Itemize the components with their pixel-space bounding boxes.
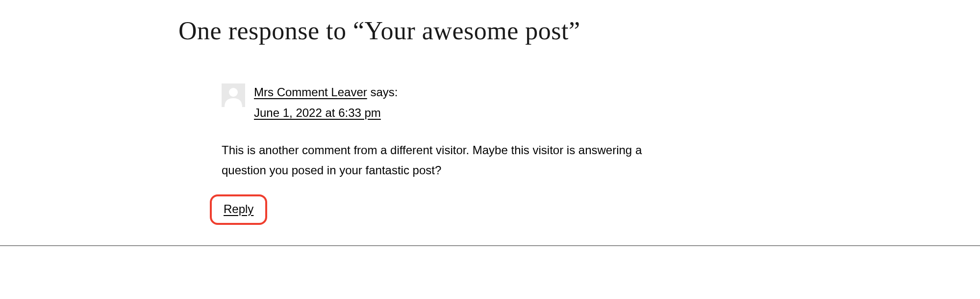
comment-body: This is another comment from a different… — [222, 140, 673, 181]
says-label: says: — [367, 85, 398, 99]
comment-meta-text: Mrs Comment Leaver says: June 1, 2022 at… — [254, 83, 398, 122]
reply-container: Reply — [210, 194, 687, 225]
comment-timestamp-link[interactable]: June 1, 2022 at 6:33 pm — [254, 104, 381, 122]
avatar — [222, 83, 245, 107]
comments-title: One response to “Your awesome post” — [178, 14, 669, 48]
svg-point-1 — [229, 88, 238, 97]
reply-highlight-box: Reply — [210, 194, 267, 225]
comment-item: Mrs Comment Leaver says: June 1, 2022 at… — [222, 83, 687, 245]
reply-link[interactable]: Reply — [224, 202, 253, 216]
avatar-icon — [222, 83, 245, 107]
comment-meta: Mrs Comment Leaver says: June 1, 2022 at… — [222, 83, 687, 122]
comment-author-link[interactable]: Mrs Comment Leaver — [254, 85, 367, 99]
comments-section: One response to “Your awesome post” Mrs … — [0, 0, 980, 246]
